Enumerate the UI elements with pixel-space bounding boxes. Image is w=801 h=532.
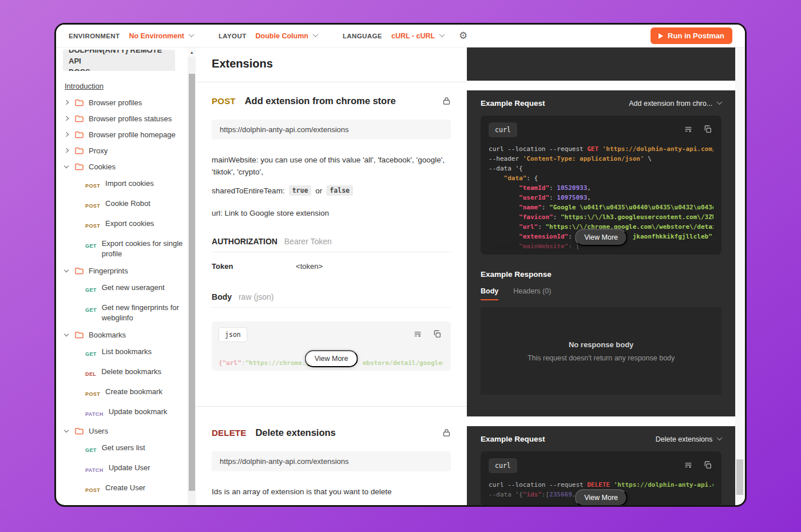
app-window: ENVIRONMENT No Environment LAYOUT Double… [54, 23, 747, 507]
example-selector[interactable]: Delete extensions [656, 435, 721, 443]
folder-icon [75, 267, 84, 275]
endpoint-label: Cookie Robot [105, 198, 150, 209]
example-request-panel: Example Request Add extension from chro.… [467, 90, 735, 416]
section-divider [196, 406, 467, 407]
sidebar-folder-browser-profile-homepage[interactable]: Browser profile homepage [63, 126, 188, 142]
sidebar-item-delete-user[interactable]: DELDelete user [63, 499, 188, 505]
body-heading: Body raw (json) [212, 292, 451, 301]
method-badge: GET [85, 305, 97, 315]
endpoint-label: List bookmarks [102, 347, 152, 357]
token-row: Token <token> [212, 262, 451, 271]
wrap-text-icon[interactable] [413, 329, 422, 339]
endpoint-url: https://dolphin-anty-api.com/extensions [212, 451, 451, 471]
endpoint-label: Get new fingerprints for webglinfo [102, 303, 188, 323]
copy-icon[interactable] [703, 460, 712, 470]
divider [196, 82, 467, 82]
copy-icon[interactable] [433, 329, 442, 339]
url-param-description: url: Link to Google store extension [212, 207, 451, 219]
example-selector[interactable]: Add extension from chro... [629, 100, 721, 108]
layout-select[interactable]: Double Column [256, 32, 318, 40]
folder-icon [75, 99, 84, 106]
chevron-right-icon [64, 148, 69, 153]
example-response-heading: Example Response [481, 270, 721, 279]
page-scrollbar-thumb[interactable] [736, 459, 743, 495]
view-more-button[interactable]: View More [574, 229, 628, 246]
wrap-text-icon[interactable] [684, 125, 693, 134]
chevron-down-icon [64, 267, 69, 272]
language-chip-curl: curl [489, 458, 517, 473]
language-label: LANGUAGE [343, 33, 382, 39]
sidebar-folder-users[interactable]: Users [63, 423, 188, 439]
sidebar-item-get-new-useragent[interactable]: GETGet new useragent [63, 279, 188, 299]
lock-icon [442, 428, 451, 437]
chevron-down-icon [312, 31, 318, 37]
tab-body[interactable]: Body [481, 287, 498, 300]
sidebar-link-introduction[interactable]: Introduction [63, 78, 188, 94]
endpoint-title: Add extension from chrome store [245, 96, 396, 106]
chevron-down-icon [717, 435, 723, 440]
play-icon [659, 33, 663, 39]
page-scrollbar[interactable] [735, 47, 745, 505]
sidebar-item-update-user[interactable]: PATCHUpdate User [63, 459, 188, 479]
folder-icon [75, 163, 84, 170]
folder-label: Cookies [89, 162, 116, 171]
view-more-button[interactable]: View More [574, 489, 628, 506]
sidebar-item-update-bookmark[interactable]: PATCHUpdate bookmark [63, 403, 188, 423]
folder-icon [75, 131, 84, 138]
tab-headers[interactable]: Headers (0) [513, 287, 551, 300]
sidebar-item-import-cookies[interactable]: POSTImport cookies [63, 174, 188, 194]
chevron-right-icon [64, 100, 69, 105]
sidebar-scrollbar[interactable]: ▲ [188, 47, 196, 505]
sidebar-folder-cookies[interactable]: Cookies [63, 158, 188, 174]
examples-column: Example Request Add extension from chro.… [467, 47, 735, 505]
sidebar-folder-browser-profiles-statuses[interactable]: Browser profiles statuses [63, 110, 188, 126]
divider [212, 252, 451, 252]
sidebar-tree: IntroductionBrowser profilesBrowser prof… [63, 78, 188, 505]
body-type: raw (json) [239, 292, 273, 301]
view-more-button[interactable]: View More [305, 350, 358, 367]
sidebar-item-create-bookmark[interactable]: POSTCreate bookmark [63, 383, 188, 403]
folder-label: Browser profiles [89, 98, 142, 107]
folder-icon [75, 147, 84, 154]
main-column: Extensions POST Add extension from chrom… [196, 47, 467, 505]
folder-icon [75, 427, 84, 435]
gear-icon[interactable]: ⚙ [459, 31, 467, 41]
endpoint-url: https://dolphin-anty-api.com/extensions [212, 120, 451, 140]
method-badge: DEL [85, 369, 96, 379]
sidebar-folder-browser-profiles[interactable]: Browser profiles [63, 94, 188, 110]
run-in-postman-button[interactable]: Run in Postman [651, 27, 732, 44]
sidebar-item-get-new-fingerprints-for-webglinfo[interactable]: GETGet new fingerprints for webglinfo [63, 299, 188, 327]
sidebar-item-create-user[interactable]: POSTCreate User [63, 479, 188, 499]
copy-icon[interactable] [703, 125, 712, 134]
chevron-down-icon [717, 99, 723, 105]
sidebar-item-get-users-list[interactable]: GETGet users list [63, 439, 188, 459]
sidebar: DOLPHIN{ANTY} REMOTE API DOCS Introducti… [56, 47, 188, 505]
chevron-down-icon [64, 427, 69, 432]
chevron-right-icon [64, 116, 69, 121]
sidebar-item-list-bookmarks[interactable]: GETList bookmarks [63, 343, 188, 363]
folder-label: Bookmarks [89, 331, 126, 339]
method-badge: POST [85, 221, 100, 231]
method-badge: GET [85, 241, 97, 251]
sidebar-item-cookie-robot[interactable]: POSTCookie Robot [63, 194, 188, 215]
endpoint-label: Get users list [102, 443, 145, 453]
sidebar-folder-proxy[interactable]: Proxy [63, 142, 188, 158]
method-badge: POST [85, 201, 100, 211]
endpoint-label: Create bookmark [105, 387, 162, 397]
sidebar-item-delete-bookmarks[interactable]: DELDelete bookmarks [63, 363, 188, 383]
sidebar-folder-bookmarks[interactable]: Bookmarks [63, 327, 188, 343]
scroll-up-arrow-icon[interactable]: ▲ [188, 47, 196, 57]
sidebar-folder-fingerprints[interactable]: Fingerprints [63, 263, 188, 279]
language-select[interactable]: cURL - cURL [391, 32, 444, 40]
sidebar-scrollbar-thumb[interactable] [189, 74, 195, 491]
method-badge: POST [85, 389, 100, 399]
sidebar-item-export-cookies[interactable]: POSTExport cookies [63, 215, 188, 235]
sidebar-title: DOLPHIN{ANTY} REMOTE API DOCS [63, 50, 175, 71]
environment-select[interactable]: No Environment [129, 32, 193, 40]
code-chip-false: false [326, 185, 353, 196]
method-badge-delete: DELETE [212, 428, 246, 438]
endpoint-label: Update bookmark [109, 407, 168, 417]
wrap-text-icon[interactable] [684, 460, 693, 470]
chevron-down-icon [439, 31, 445, 37]
sidebar-item-export-cookies-for-single-profile[interactable]: GETExport cookies for single profile [63, 235, 188, 263]
